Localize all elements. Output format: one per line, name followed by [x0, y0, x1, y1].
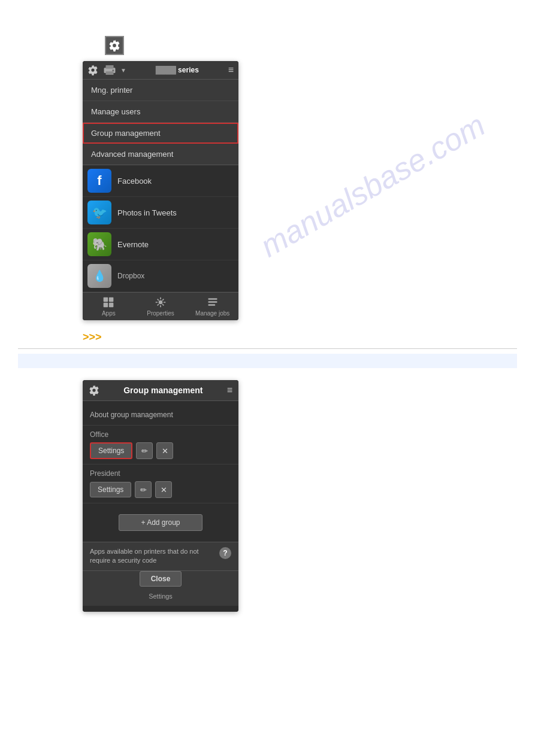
- title-redacted: ████: [156, 66, 176, 74]
- bottom-bar-properties[interactable]: Properties: [135, 293, 187, 320]
- arrow-divider: >>>: [83, 331, 535, 344]
- dropbox-icon: 💧: [87, 264, 111, 288]
- app-name-facebook: Facebook: [117, 177, 152, 186]
- menu-item-advanced-management[interactable]: Advanced management: [83, 144, 238, 165]
- group-management-content: About group management Office Settings ✏…: [83, 401, 238, 612]
- list-item[interactable]: 💧 Dropbox: [83, 260, 238, 292]
- bottom-bar-manage-jobs[interactable]: Manage jobs: [186, 293, 238, 320]
- phone2-title: Group management: [104, 385, 222, 395]
- president-edit-button[interactable]: ✏: [135, 481, 152, 498]
- apps-available-text: Apps available on printers that do not r…: [90, 547, 214, 566]
- top-gear-area: [0, 0, 535, 61]
- phone-screenshot-1: ▼ ████ series ≡ Mng. printer Manage user…: [83, 61, 238, 320]
- manage-jobs-label: Manage jobs: [195, 310, 229, 317]
- phone2-menu-icon[interactable]: ≡: [227, 385, 232, 396]
- phone-gear-icon[interactable]: [87, 65, 98, 75]
- phone-title: ████ series: [130, 66, 225, 74]
- president-settings-button[interactable]: Settings: [90, 482, 131, 497]
- phone-dropdown-menu: Mng. printer Manage users Group manageme…: [83, 80, 238, 165]
- phone-menu-icon[interactable]: ≡: [228, 65, 234, 75]
- phone-dropdown-arrow[interactable]: ▼: [120, 67, 126, 74]
- svg-rect-6: [104, 303, 108, 307]
- app-name-dropbox: Dropbox: [117, 272, 144, 280]
- bottom-bar-apps[interactable]: Apps: [83, 293, 135, 320]
- office-settings-button[interactable]: Settings: [90, 442, 132, 459]
- menu-item-mng-printer[interactable]: Mng. printer: [83, 80, 238, 101]
- app-name-tweets: Photos in Tweets: [117, 208, 177, 217]
- app-name-evernote: Evernote: [117, 240, 149, 249]
- help-icon[interactable]: ?: [219, 547, 231, 559]
- menu-item-manage-users[interactable]: Manage users: [83, 101, 238, 123]
- svg-point-3: [112, 69, 114, 71]
- phone-printer-icon: [103, 65, 116, 75]
- phone-header-2: Group management ≡: [83, 380, 238, 401]
- properties-label: Properties: [147, 310, 174, 317]
- facebook-icon: f: [87, 169, 111, 193]
- phone2-gear-icon[interactable]: [89, 385, 99, 396]
- svg-rect-2: [105, 71, 113, 75]
- settings-hint: Settings: [83, 590, 238, 602]
- phone-screenshot-2: Group management ≡ About group managemen…: [83, 380, 238, 612]
- svg-rect-1: [105, 65, 113, 69]
- watermark: manualsbase.com: [254, 107, 491, 265]
- apps-label: Apps: [102, 310, 116, 317]
- close-button[interactable]: Close: [140, 571, 182, 587]
- group-bottom-section: Apps available on printers that do not r…: [83, 542, 238, 570]
- svg-rect-7: [109, 303, 114, 307]
- note-box: [18, 354, 517, 368]
- add-group-row: + Add group: [83, 503, 238, 542]
- menu-item-group-management[interactable]: Group management: [83, 123, 238, 144]
- list-item[interactable]: 🐦 Photos in Tweets: [83, 197, 238, 229]
- svg-rect-11: [208, 304, 215, 306]
- office-delete-button[interactable]: ✕: [156, 442, 173, 459]
- svg-rect-5: [109, 297, 114, 302]
- app-list: f Facebook 🐦 Photos in Tweets 🐘 Evernote…: [83, 165, 238, 292]
- office-controls: Settings ✏ ✕: [90, 442, 231, 459]
- title-series: series: [178, 66, 199, 74]
- phone-bottom-bar: Apps Properties Manage jobs: [83, 292, 238, 320]
- close-row: Close Settings: [83, 570, 238, 606]
- office-label: Office: [90, 430, 231, 439]
- properties-bottom-icon: [155, 296, 167, 308]
- list-item[interactable]: f Facebook: [83, 165, 238, 197]
- separator-line: [18, 348, 517, 349]
- svg-point-8: [159, 300, 163, 305]
- president-label: President: [90, 469, 231, 478]
- add-group-button[interactable]: + Add group: [119, 514, 202, 531]
- phone-header-1: ▼ ████ series ≡: [83, 61, 238, 80]
- svg-rect-10: [208, 301, 217, 303]
- list-item[interactable]: 🐘 Evernote: [83, 229, 238, 260]
- president-delete-button[interactable]: ✕: [155, 481, 172, 498]
- manage-jobs-bottom-icon: [207, 296, 219, 308]
- arrow-symbol: >>>: [83, 331, 102, 344]
- president-controls: Settings ✏ ✕: [90, 481, 231, 498]
- office-edit-button[interactable]: ✏: [136, 442, 153, 459]
- gear-svg-icon: [108, 40, 120, 51]
- apps-bottom-icon: [102, 296, 114, 308]
- gear-settings-icon[interactable]: [105, 36, 124, 55]
- about-group-management[interactable]: About group management: [83, 407, 238, 426]
- group-section-president: President Settings ✏ ✕: [83, 464, 238, 503]
- svg-rect-4: [104, 297, 108, 302]
- svg-rect-9: [208, 298, 217, 300]
- evernote-icon: 🐘: [87, 232, 111, 256]
- group-section-office: Office Settings ✏ ✕: [83, 426, 238, 464]
- tweets-icon: 🐦: [87, 201, 111, 224]
